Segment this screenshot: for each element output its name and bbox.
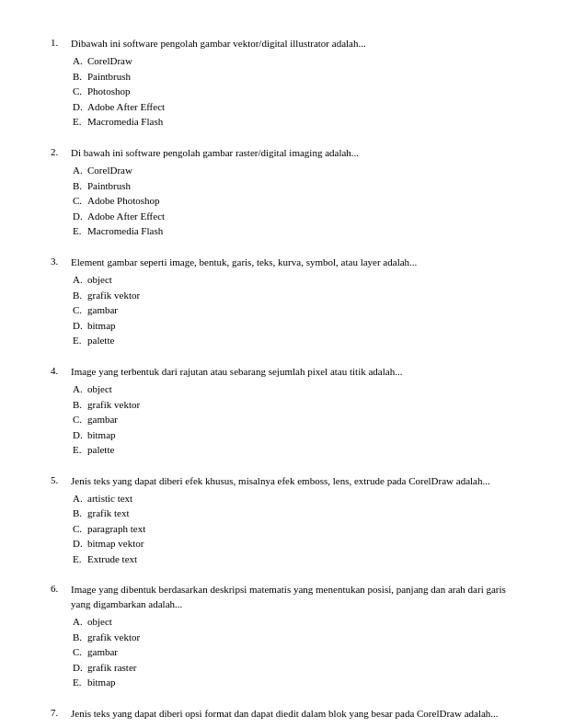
option-label: E. [73,552,87,567]
option-label: C. [73,412,87,427]
option-label: C. [73,521,87,537]
option-label: D. [73,318,87,334]
option-text: Paintbrush [87,180,131,191]
option-label: A. [73,272,87,288]
question-content: Element gambar seperti image, bentuk, ga… [71,256,512,348]
question-content: Dibawah ini software pengolah gambar vek… [71,37,512,130]
question-block: 3.Element gambar seperti image, bentuk, … [51,256,512,348]
option-item: B. grafik vektor [73,288,512,303]
option-item: A. artistic text [73,491,512,506]
option-text: grafik vektor [87,290,140,301]
option-item: E. Macromedia Flash [73,223,512,239]
quiz-container: 1.Dibawah ini software pengolah gambar v… [51,37,512,723]
question-number: 6. [51,583,71,689]
options-list: A. objectB. grafik vektorC. gambarD. gra… [73,614,512,690]
options-list: A. objectB. grafik vektorC. gambarD. bit… [73,272,512,348]
option-text: grafik text [87,507,130,518]
option-text: grafik raster [87,662,136,673]
option-label: E. [73,675,87,690]
question-number: 5. [51,474,71,567]
option-item: D. bitmap [73,318,512,334]
options-list: A. objectB. grafik vektorC. gambarD. bit… [73,381,512,458]
question-text: Dibawah ini software pengolah gambar vek… [71,37,512,51]
option-item: C. Adobe Photoshop [73,193,512,209]
option-label: E. [73,442,87,458]
option-label: D. [73,536,87,552]
option-text: bitmap vektor [87,538,144,549]
option-label: B. [73,630,87,645]
option-label: A. [73,163,87,178]
option-text: object [87,274,112,285]
question-block: 1.Dibawah ini software pengolah gambar v… [51,37,512,130]
option-item: B. grafik vektor [73,630,512,645]
option-item: D. grafik raster [73,660,512,676]
option-text: palette [87,444,114,455]
question-content: Jenis teks yang dapat diberi opsi format… [71,707,512,723]
option-label: C. [73,302,87,318]
question-text: Jenis teks yang dapat diberi opsi format… [71,707,512,721]
option-label: B. [73,397,87,413]
option-text: Adobe After Effect [87,101,165,112]
question-block: 5.Jenis teks yang dapat diberi efek khus… [51,474,512,567]
options-list: A. artistic textB. grafik textC. paragra… [73,491,512,567]
question-number: 3. [51,256,71,348]
option-text: Photoshop [87,85,130,97]
option-item: C. gambar [73,644,512,660]
option-label: D. [73,99,87,115]
question-content: Di bawah ini software pengolah gambar ra… [71,146,512,239]
question-text: Di bawah ini software pengolah gambar ra… [71,146,512,160]
option-item: D. bitmap [73,427,512,443]
option-item: C. gambar [73,302,512,318]
question-number: 4. [51,365,71,458]
option-label: A. [73,381,87,397]
option-item: E. bitmap [73,675,512,690]
question-content: Image yang dibentuk berdasarkan deskrips… [71,583,512,689]
option-label: D. [73,660,87,676]
question-number: 1. [51,37,71,130]
option-text: gambar [87,646,118,657]
option-text: artistic text [87,493,132,504]
option-label: D. [73,209,87,224]
option-text: Extrude text [87,553,137,564]
question-block: 4.Image yang terbentuk dari rajutan atau… [51,365,512,458]
question-block: 2.Di bawah ini software pengolah gambar … [51,146,512,239]
option-item: D. Adobe After Effect [73,99,512,115]
option-text: object [87,383,112,394]
option-text: Paintbrush [87,71,131,82]
option-label: C. [73,644,87,660]
option-label: D. [73,427,87,443]
option-label: B. [73,506,87,521]
option-item: A. CorelDraw [73,163,512,178]
question-number: 7. [51,707,71,723]
question-block: 6.Image yang dibentuk berdasarkan deskri… [51,583,512,689]
option-item: C. paragraph text [73,521,512,537]
option-item: A. object [73,272,512,288]
option-label: A. [73,53,87,69]
option-item: A. object [73,381,512,397]
option-item: D. Adobe After Effect [73,209,512,224]
option-text: bitmap [87,429,116,440]
option-text: palette [87,335,114,346]
option-label: E. [73,333,87,348]
option-item: C. Photoshop [73,84,512,99]
question-text: Element gambar seperti image, bentuk, ga… [71,256,512,269]
option-item: A. object [73,614,512,630]
option-item: B. Paintbrush [73,178,512,194]
question-block: 7.Jenis teks yang dapat diberi opsi form… [51,707,512,723]
option-text: gambar [87,414,118,425]
option-label: C. [73,84,87,99]
option-text: grafik vektor [87,631,140,643]
option-text: Macromedia Flash [87,225,163,236]
option-label: A. [73,614,87,630]
question-content: Image yang terbentuk dari rajutan atau s… [71,365,512,458]
option-text: Adobe Photoshop [87,195,160,206]
option-item: E. palette [73,442,512,458]
option-item: A. CorelDraw [73,53,512,69]
option-item: C. gambar [73,412,512,427]
options-list: A. CorelDrawB. PaintbrushC. PhotoshopD. … [73,53,512,130]
question-number: 2. [51,146,71,239]
option-text: paragraph text [87,523,145,534]
option-text: grafik vektor [87,399,140,410]
option-text: object [87,616,112,627]
option-text: gambar [87,304,118,315]
